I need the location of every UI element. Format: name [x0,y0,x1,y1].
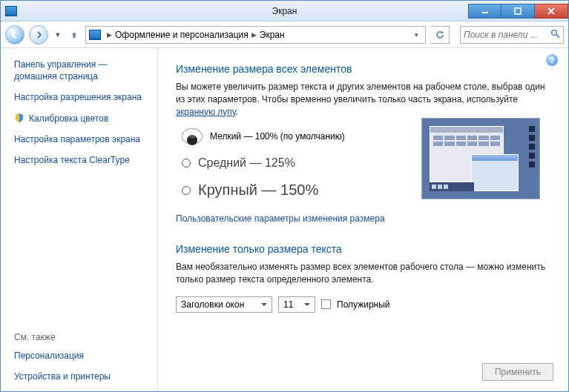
history-dropdown[interactable]: ▼ [53,31,63,39]
app-icon [5,6,17,16]
see-also: См. также Персонализация Устройства и пр… [14,332,151,382]
help-icon[interactable]: ? [546,54,558,66]
sidebar: Панель управления — домашняя страница На… [1,48,158,391]
address-bar[interactable]: ▶ Оформление и персонализация ▶ Экран ▾ [85,26,426,44]
window-controls [468,4,568,19]
radio-icon[interactable] [182,159,191,167]
chevron-right-icon: ▶ [107,31,112,39]
search-box[interactable] [460,26,564,44]
svg-rect-1 [515,8,521,14]
sidebar-link-calibrate[interactable]: Калибровка цветов [14,113,151,124]
radio-icon[interactable] [182,128,203,144]
heading-resize-all: Изменение размера всех элементов [176,63,553,75]
sidebar-link-params[interactable]: Настройка параметров экрана [14,133,151,145]
maximize-button[interactable] [501,4,535,19]
sidebar-link-home[interactable]: Панель управления — домашняя страница [14,59,151,82]
up-button[interactable] [68,25,81,44]
sidebar-link-resolution[interactable]: Настройка разрешения экрана [14,91,151,103]
back-button[interactable] [5,25,24,44]
apply-button[interactable]: Применить [482,363,553,381]
see-also-header: См. также [14,332,151,342]
window-title: Экран [272,6,297,16]
refresh-button[interactable] [430,26,450,44]
location-icon [89,30,101,40]
chevron-right-icon: ▶ [251,31,257,39]
heading-text-only: Изменение только размера текста [176,243,553,255]
search-icon[interactable] [550,28,560,41]
description-text-only: Вам необязательно изменять размер всех э… [176,261,553,286]
bold-checkbox[interactable] [321,299,331,309]
shield-icon [14,113,24,123]
breadcrumb-item[interactable]: Экран [260,30,285,40]
svg-line-5 [556,35,559,38]
sidebar-link-cleartype[interactable]: Настройка текста ClearType [14,154,151,166]
magnifier-link[interactable]: экранную лупу [176,107,236,117]
seealso-personalization[interactable]: Персонализация [14,350,151,362]
size-select[interactable]: 11 [278,296,315,313]
minimize-button[interactable] [468,4,501,19]
custom-sizing-link[interactable]: Пользовательские параметры изменения раз… [176,213,385,224]
address-dropdown-icon[interactable]: ▾ [410,31,422,39]
bold-label: Полужирный [337,299,390,310]
preview-image [421,118,540,199]
element-select[interactable]: Заголовки окон [176,296,272,313]
svg-point-4 [552,30,557,35]
radio-icon[interactable] [182,186,191,195]
description-resize-all: Вы можете увеличить размер текста и друг… [176,81,553,118]
close-button[interactable] [535,4,568,19]
content: ? Изменение размера всех элементов Вы мо… [158,48,568,391]
titlebar: Экран [1,1,568,21]
text-size-row: Заголовки окон 11 Полужирный [176,296,553,313]
forward-button[interactable] [29,25,48,44]
search-input[interactable] [464,30,550,40]
nav-row: ▼ ▶ Оформление и персонализация ▶ Экран … [1,21,568,48]
breadcrumb-item[interactable]: Оформление и персонализация [115,30,249,40]
seealso-devices[interactable]: Устройства и принтеры [14,371,151,382]
